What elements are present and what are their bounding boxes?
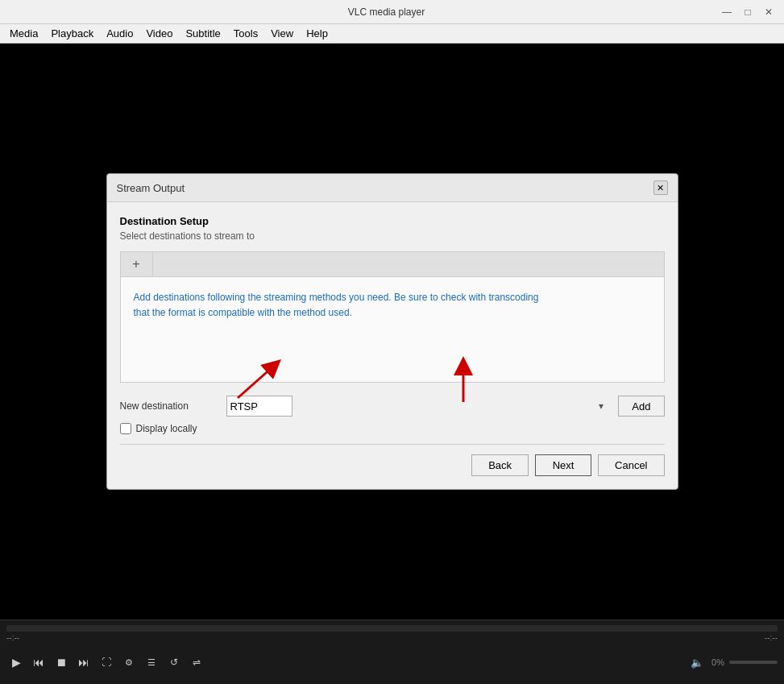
dialog-close-button[interactable]: ✕ bbox=[653, 180, 668, 195]
shuffle-button[interactable]: ⇌ bbox=[187, 653, 206, 672]
menu-tools[interactable]: Tools bbox=[227, 26, 264, 41]
volume-slider[interactable] bbox=[729, 661, 778, 664]
display-locally-label[interactable]: Display locally bbox=[136, 423, 197, 434]
menu-bar: Media Playback Audio Video Subtitle Tool… bbox=[0, 24, 784, 44]
destinations-tabs-container: + Add destinations following the streami… bbox=[120, 251, 665, 383]
volume-icon[interactable]: 🔈 bbox=[687, 653, 707, 672]
app-title: VLC media player bbox=[55, 6, 718, 18]
dialog-separator bbox=[120, 444, 665, 445]
dialog-title: Stream Output bbox=[117, 182, 185, 194]
tabs-header: + bbox=[121, 252, 664, 277]
loop-button[interactable]: ↺ bbox=[164, 653, 184, 672]
maximize-button[interactable]: □ bbox=[739, 3, 757, 21]
tab-info-text: Add destinations following the streaming… bbox=[134, 290, 651, 321]
destination-select-wrapper: HTTP RTSP RTP UDP MPEG TS File IcecastMM… bbox=[226, 396, 609, 417]
tab-content-area: Add destinations following the streaming… bbox=[121, 277, 664, 382]
skip-next-button[interactable]: ⏭ bbox=[74, 653, 93, 672]
menu-help[interactable]: Help bbox=[300, 26, 334, 41]
menu-subtitle[interactable]: Subtitle bbox=[179, 26, 226, 41]
title-bar: VLC media player — □ ✕ bbox=[0, 0, 784, 24]
destination-select[interactable]: HTTP RTSP RTP UDP MPEG TS File IcecastMM… bbox=[226, 396, 292, 417]
progress-bar[interactable]: --:-- --:-- bbox=[6, 625, 778, 632]
menu-playback[interactable]: Playback bbox=[44, 26, 100, 41]
cancel-button[interactable]: Cancel bbox=[598, 454, 664, 476]
minimize-button[interactable]: — bbox=[718, 3, 736, 21]
menu-audio[interactable]: Audio bbox=[100, 26, 139, 41]
dialog-title-bar: Stream Output ✕ bbox=[107, 174, 678, 202]
back-button[interactable]: Back bbox=[471, 454, 529, 476]
play-button[interactable]: ▶ bbox=[6, 653, 26, 672]
time-elapsed: --:-- bbox=[6, 633, 19, 642]
controls-row: ▶ ⏮ ⏹ ⏭ ⛶ ⚙ ☰ ↺ ⇌ 🔈 0% bbox=[0, 646, 784, 672]
volume-area: 🔈 0% bbox=[687, 653, 778, 672]
section-title: Destination Setup bbox=[120, 215, 665, 227]
stream-output-dialog: Stream Output ✕ Destination Setup Select… bbox=[106, 173, 678, 490]
skip-prev-button[interactable]: ⏮ bbox=[29, 653, 48, 672]
menu-media[interactable]: Media bbox=[3, 26, 44, 41]
stop-button[interactable]: ⏹ bbox=[52, 653, 71, 672]
close-button[interactable]: ✕ bbox=[760, 3, 778, 21]
next-button[interactable]: Next bbox=[535, 454, 591, 476]
extended-button[interactable]: ⚙ bbox=[119, 653, 139, 672]
menu-video[interactable]: Video bbox=[139, 26, 179, 41]
add-destination-button[interactable]: Add bbox=[618, 396, 664, 417]
add-tab-button[interactable]: + bbox=[121, 252, 153, 276]
display-locally-row: Display locally bbox=[120, 423, 665, 434]
window-controls: — □ ✕ bbox=[718, 3, 778, 21]
volume-percent: 0% bbox=[711, 657, 724, 667]
dialog-body: Destination Setup Select destinations to… bbox=[107, 202, 678, 489]
time-remaining: --:-- bbox=[765, 633, 778, 642]
section-subtitle: Select destinations to stream to bbox=[120, 230, 665, 242]
vlc-main-area: Stream Output ✕ Destination Setup Select… bbox=[0, 44, 784, 620]
dialog-buttons: Back Next Cancel bbox=[120, 454, 665, 476]
bottom-bar: --:-- --:-- ▶ ⏮ ⏹ ⏭ ⛶ ⚙ ☰ ↺ ⇌ 🔈 0% bbox=[0, 620, 784, 684]
display-locally-checkbox[interactable] bbox=[120, 423, 131, 434]
new-destination-row: New destination HTTP RTSP RTP UDP MPEG T… bbox=[120, 396, 665, 417]
playlist-button[interactable]: ☰ bbox=[142, 653, 161, 672]
new-destination-label: New destination bbox=[120, 400, 217, 412]
dialog-overlay: Stream Output ✕ Destination Setup Select… bbox=[0, 44, 784, 620]
menu-view[interactable]: View bbox=[264, 26, 300, 41]
fullscreen-button[interactable]: ⛶ bbox=[97, 653, 116, 672]
